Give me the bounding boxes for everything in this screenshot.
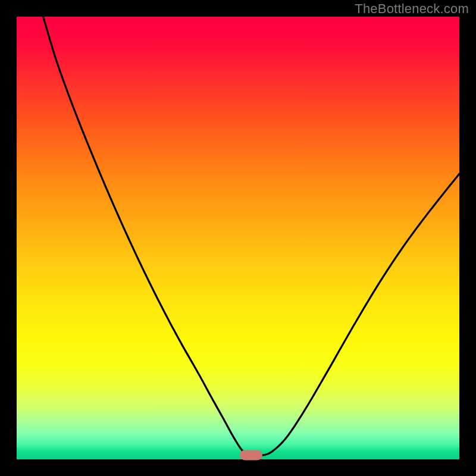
chart-frame: TheBottleneck.com xyxy=(0,0,476,476)
optimal-point-marker xyxy=(240,450,262,460)
bottleneck-curve xyxy=(17,17,459,459)
bottleneck-curve-path xyxy=(43,17,459,455)
watermark-text: TheBottleneck.com xyxy=(355,1,469,17)
plot-area xyxy=(17,17,459,459)
